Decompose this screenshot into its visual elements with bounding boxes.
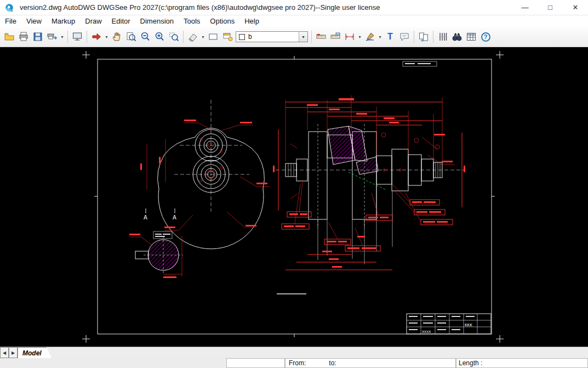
hatch-lines-button[interactable] — [436, 30, 450, 44]
menubar: File View Markup Draw Editor Dimension T… — [0, 15, 588, 27]
statusbar-cell-length: Length : — [456, 358, 588, 368]
paintbrush-icon — [364, 31, 375, 42]
close-icon[interactable]: ✕ — [563, 0, 588, 15]
open-file-button[interactable] — [2, 30, 16, 44]
red-arrow-icon — [91, 31, 102, 42]
statusbar-cell-empty — [226, 358, 285, 368]
menu-draw[interactable]: Draw — [80, 15, 106, 27]
statusbar: From: to: Length : — [0, 358, 588, 368]
text-tool-button[interactable]: T — [383, 30, 397, 44]
layer-combobox-dropdown-icon[interactable]: ▾ — [299, 32, 307, 42]
copy-pages-icon — [418, 31, 429, 42]
measure-distance-button[interactable] — [314, 30, 328, 44]
dimension-button[interactable] — [342, 30, 357, 44]
detail-view — [129, 231, 183, 278]
full-screen-button[interactable] — [70, 30, 84, 44]
comment-button[interactable] — [397, 30, 412, 44]
eraser-icon — [187, 31, 198, 42]
menu-file[interactable]: File — [0, 15, 21, 27]
fine-print — [277, 293, 306, 295]
ruler-icon — [316, 31, 327, 42]
batch-print-dropdown-icon[interactable]: ▾ — [59, 30, 65, 44]
batch-print-button[interactable] — [45, 30, 59, 44]
menu-editor[interactable]: Editor — [107, 15, 135, 27]
tab-model[interactable]: Model — [18, 347, 52, 358]
text-tool-icon: T — [387, 32, 393, 42]
length-label: Length : — [459, 359, 482, 367]
save-button[interactable] — [31, 30, 45, 44]
layout-tabbar: ◀ ▶ Model — [0, 347, 588, 358]
minimize-icon[interactable]: — — [512, 0, 538, 15]
drawing-canvas[interactable]: .wl{stroke:#e8e8e8;fill:none;stroke-widt… — [0, 47, 588, 347]
pen-markup-button[interactable] — [363, 30, 377, 44]
layout-grid-button[interactable] — [464, 30, 478, 44]
title-block: KKK XXXX — [407, 314, 491, 334]
print-button[interactable] — [16, 30, 31, 44]
menu-markup[interactable]: Markup — [47, 15, 80, 27]
copy-pages-button[interactable] — [416, 30, 431, 44]
zoom-out-button[interactable] — [138, 30, 152, 44]
open-folder-icon — [4, 31, 15, 42]
pan-button[interactable] — [110, 30, 124, 44]
from-label: From: — [289, 359, 306, 367]
help-button[interactable]: ? — [478, 30, 493, 44]
layers-icon — [222, 31, 233, 42]
layer-color-swatch — [239, 34, 245, 40]
menu-dimension[interactable]: Dimension — [135, 15, 179, 27]
zoom-in-button[interactable] — [152, 30, 167, 44]
rectangle-icon — [208, 31, 219, 42]
toolbar-separator — [183, 31, 184, 43]
ruler-area-icon — [330, 31, 341, 42]
eraser-button[interactable] — [186, 30, 200, 44]
zoom-page-icon — [125, 31, 136, 42]
menu-options[interactable]: Options — [205, 15, 239, 27]
toolbar-separator — [87, 31, 87, 43]
right-view — [276, 124, 465, 264]
grid-table-icon — [466, 31, 477, 42]
next-tab-icon[interactable]: ▶ — [9, 347, 18, 358]
statusbar-cell-fromto: From: to: — [285, 358, 456, 368]
maximize-icon[interactable]: □ — [538, 0, 563, 15]
eraser-dropdown-icon[interactable]: ▾ — [200, 30, 206, 44]
prev-tab-icon[interactable]: ◀ — [0, 347, 9, 358]
speech-bubble-icon — [399, 31, 410, 42]
section-label-a1: A — [144, 214, 147, 220]
zoom-in-icon — [154, 31, 165, 42]
statusbar-spacer — [0, 358, 226, 368]
right-view-dimensions — [273, 95, 465, 270]
print-export-icon — [47, 31, 58, 42]
to-label: to: — [329, 359, 336, 367]
help-icon: ? — [481, 32, 490, 42]
zoom-extents-button[interactable] — [124, 30, 138, 44]
window-titlebar: version2.dwg AutoDWG DWGSee Pro 2027(c:\… — [0, 0, 588, 15]
layers-button[interactable] — [220, 30, 235, 44]
printer-icon — [18, 31, 29, 42]
dimension-dropdown-icon[interactable]: ▾ — [357, 30, 363, 44]
section-label-a2: A — [173, 214, 176, 220]
dimension-arrow-icon — [344, 31, 355, 42]
forward-button[interactable] — [89, 30, 104, 44]
find-button[interactable] — [450, 30, 464, 44]
toolbar-separator — [311, 31, 312, 43]
hatch-lines-icon — [437, 31, 448, 42]
pen-dropdown-icon[interactable]: ▾ — [377, 30, 383, 44]
toolbar-separator — [67, 31, 68, 43]
menu-tools[interactable]: Tools — [179, 15, 205, 27]
title-block-code: XXXX — [422, 330, 431, 333]
measure-area-button[interactable] — [328, 30, 342, 44]
menu-help[interactable]: Help — [239, 15, 264, 27]
hand-icon — [111, 31, 122, 42]
layer-combobox-value: b — [248, 33, 299, 41]
zoom-window-button[interactable] — [167, 30, 181, 44]
forward-dropdown-icon[interactable]: ▾ — [104, 30, 110, 44]
menu-view[interactable]: View — [21, 15, 47, 27]
zoom-window-icon — [168, 31, 179, 42]
window-title: version2.dwg AutoDWG DWGSee Pro 2027(c:\… — [20, 3, 380, 12]
rectangle-tool-button[interactable] — [206, 30, 220, 44]
floppy-icon — [32, 31, 43, 42]
app-logo-icon — [4, 3, 15, 13]
toolbar: ▾ ▾ — [0, 27, 588, 47]
zoom-out-icon — [140, 31, 151, 42]
layer-combobox[interactable]: b ▾ — [236, 31, 308, 42]
toolbar-separator — [414, 31, 414, 43]
